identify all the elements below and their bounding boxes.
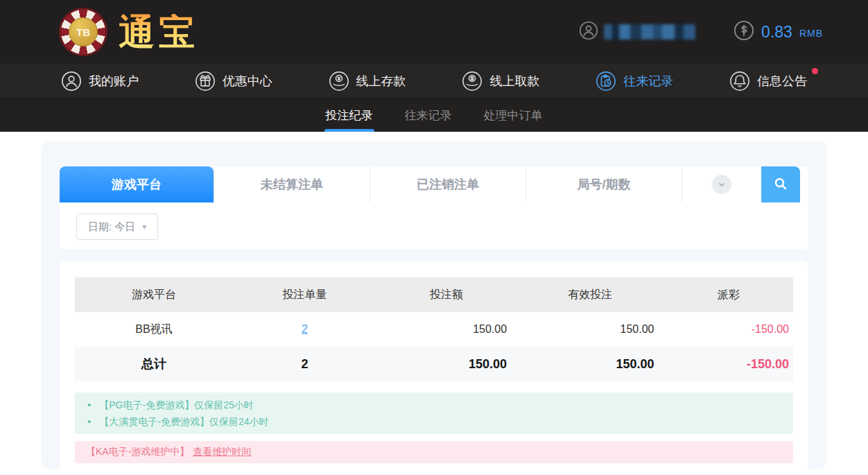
- table-row: BB视讯 2 150.00 150.00 -150.00: [75, 312, 793, 347]
- nav-item-deposit[interactable]: 线上存款: [329, 71, 406, 92]
- transactions-icon: [596, 71, 616, 92]
- subnav-item-transactions[interactable]: 往来记录: [403, 99, 453, 132]
- nav-label: 我的账户: [89, 73, 139, 89]
- filter-card: 游戏平台 未结算注单 已注销注单: [60, 166, 808, 250]
- user-circle-icon: [61, 71, 82, 92]
- info-notice-line: • 【大满贯电子-免费游戏】仅保留24小时: [87, 413, 781, 430]
- total-payout: -150.00: [663, 347, 793, 381]
- subnav-item-pending-orders[interactable]: 处理中订单: [483, 99, 544, 132]
- date-filter-row: 日期: 今日 ▾: [60, 202, 808, 250]
- balance-currency: RMB: [799, 28, 823, 39]
- date-filter-label: 日期: 今日: [88, 221, 135, 234]
- user-area: 0.83 RMB: [579, 20, 823, 44]
- caret-down-icon: ▾: [142, 222, 146, 232]
- nav-item-my-account[interactable]: 我的账户: [61, 71, 139, 92]
- username-blurred: [604, 24, 695, 40]
- round-number-input[interactable]: [526, 166, 682, 202]
- bet-summary-table: 游戏平台 投注单量 投注额 有效投注 派彩 BB视讯 2 150.00: [75, 277, 793, 381]
- content-area: 游戏平台 未结算注单 已注销注单: [0, 132, 868, 469]
- tab-cancelled-bets[interactable]: 已注销注单: [370, 166, 526, 202]
- cell-valid-bet: 150.00: [517, 312, 663, 347]
- bell-icon: [729, 71, 750, 92]
- filter-dropdown[interactable]: [682, 166, 761, 202]
- cell-bet-amount: 150.00: [376, 312, 517, 347]
- nav-item-transactions[interactable]: 往来记录: [596, 71, 673, 92]
- col-payout: 派彩: [663, 277, 793, 312]
- col-bet-amount: 投注额: [376, 277, 517, 312]
- nav-item-announcements[interactable]: 信息公告: [729, 71, 807, 92]
- date-filter-button[interactable]: 日期: 今日 ▾: [76, 214, 158, 240]
- bet-summary-card: 游戏平台 投注单量 投注额 有效投注 派彩 BB视讯 2 150.00: [60, 261, 808, 472]
- user-avatar-icon: [579, 21, 598, 43]
- cell-payout: -150.00: [663, 312, 793, 347]
- nav-label: 线上取款: [489, 73, 539, 89]
- top-header: TB 通宝 0.83 RMB: [0, 0, 868, 64]
- maintenance-time-link[interactable]: 查看维护时间: [193, 446, 251, 458]
- balance-amount: 0.83: [761, 23, 792, 42]
- subnav-item-bet-records[interactable]: 投注纪录: [324, 99, 374, 132]
- total-label: 总计: [75, 347, 233, 381]
- bet-count-link[interactable]: 2: [302, 323, 308, 335]
- main-nav: 我的账户 优惠中心 线上存款: [0, 64, 868, 98]
- total-bet-amount: 150.00: [376, 347, 517, 381]
- gift-icon: [195, 71, 216, 92]
- nav-label: 往来记录: [623, 73, 673, 89]
- nav-item-promotions[interactable]: 优惠中心: [195, 71, 272, 92]
- info-notice-box: • 【PG电子-免费游戏】仅保留25小时 • 【大满贯电子-免费游戏】仅保留24…: [75, 392, 793, 434]
- info-notice-text: 【PG电子-免费游戏】仅保留25小时: [99, 397, 253, 413]
- balance[interactable]: 0.83 RMB: [734, 20, 823, 44]
- maintenance-notice-text: 【KA电子-游戏维护中】: [86, 446, 189, 458]
- maintenance-notice-box: 【KA电子-游戏维护中】 查看维护时间: [75, 441, 793, 463]
- col-valid-bet: 有效投注: [517, 277, 663, 312]
- info-notice-text: 【大满贯电子-免费游戏】仅保留24小时: [99, 413, 268, 430]
- logo-chip-icon: TB: [59, 8, 107, 56]
- table-header-row: 游戏平台 投注单量 投注额 有效投注 派彩: [75, 277, 793, 312]
- nav-label: 信息公告: [757, 73, 807, 89]
- tab-unsettled-bets[interactable]: 未结算注单: [214, 166, 370, 202]
- col-bet-count: 投注单量: [233, 277, 376, 312]
- search-button[interactable]: [761, 166, 800, 202]
- total-valid-bet: 150.00: [517, 347, 663, 381]
- info-notice-line: • 【PG电子-免费游戏】仅保留25小时: [87, 397, 781, 413]
- logo-chip-text: TB: [69, 17, 98, 46]
- bullet-icon: •: [87, 413, 91, 430]
- bullet-icon: •: [87, 397, 91, 413]
- filter-tabs: 游戏平台 未结算注单 已注销注单: [60, 166, 808, 202]
- brand-name: 通宝: [119, 14, 199, 50]
- notification-badge: [812, 68, 818, 74]
- deposit-icon: [329, 71, 349, 92]
- cell-platform: BB视讯: [75, 312, 233, 347]
- total-bet-count: 2: [233, 347, 376, 381]
- nav-item-withdraw[interactable]: 线上取款: [462, 71, 539, 92]
- coin-icon: [734, 20, 754, 44]
- records-panel: 游戏平台 未结算注单 已注销注单: [42, 141, 826, 469]
- nav-label: 线上存款: [356, 73, 406, 89]
- cell-bet-count: 2: [233, 312, 376, 347]
- table-total-row: 总计 2 150.00 150.00 -150.00: [75, 347, 793, 381]
- withdraw-icon: [462, 71, 483, 92]
- nav-label: 优惠中心: [223, 73, 272, 89]
- user-info[interactable]: [579, 21, 695, 43]
- col-game-platform: 游戏平台: [75, 277, 233, 312]
- brand-logo[interactable]: TB 通宝: [59, 8, 199, 56]
- tab-game-platform[interactable]: 游戏平台: [60, 166, 214, 202]
- chevron-down-icon: [712, 175, 731, 194]
- sub-nav: 投注纪录 往来记录 处理中订单: [0, 98, 868, 132]
- search-icon: [772, 175, 789, 194]
